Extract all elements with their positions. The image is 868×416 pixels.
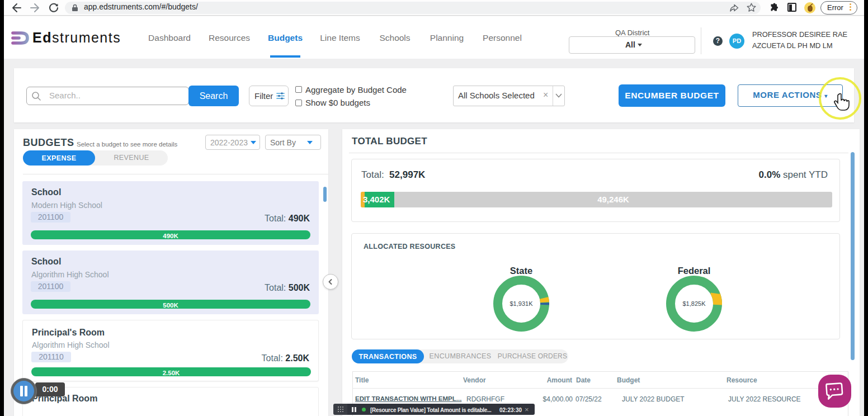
svg-text:$1,825K: $1,825K <box>683 300 706 307</box>
svg-text:$1,931K: $1,931K <box>510 300 534 307</box>
